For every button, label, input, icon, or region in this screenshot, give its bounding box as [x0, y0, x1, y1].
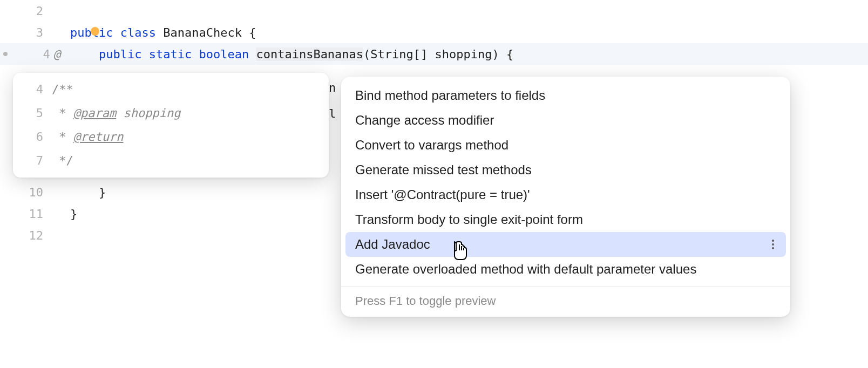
warning-badge-icon — [91, 27, 99, 36]
preview-line: 7 */ — [13, 148, 329, 172]
preview-line: 5 * @param shopping — [13, 101, 329, 125]
preview-line-number: 7 — [13, 154, 52, 167]
code-text: } — [70, 186, 106, 199]
javadoc-tag: @param — [73, 106, 116, 120]
line-number: 4 — [43, 47, 50, 61]
menu-item-add-javadoc[interactable]: Add Javadoc — [345, 232, 786, 257]
code-text: } — [70, 207, 77, 221]
line-number: 2 — [0, 4, 70, 18]
preview-line: 4 /** — [13, 77, 329, 101]
code-fragment: l — [329, 107, 336, 120]
breakpoint-dot-icon[interactable] — [3, 52, 8, 56]
code-line-current[interactable]: 4@ public static boolean containsBananas… — [0, 43, 868, 65]
intention-actions-menu[interactable]: Bind method parameters to fields Change … — [341, 77, 790, 317]
code-text: public static boolean containsBananas(St… — [70, 47, 513, 61]
menu-item-generate-tests[interactable]: Generate missed test methods — [345, 158, 786, 182]
menu-item-convert-varargs[interactable]: Convert to varargs method — [345, 133, 786, 158]
at-gutter-icon[interactable]: @ — [53, 47, 60, 61]
preview-line-number: 5 — [13, 106, 52, 120]
menu-item-generate-overloaded[interactable]: Generate overloaded method with default … — [345, 257, 786, 282]
menu-item-transform-body[interactable]: Transform body to single exit-point form — [345, 207, 786, 232]
javadoc-preview-popup: 4 /** 5 * @param shopping 6 * @return 7 … — [13, 73, 329, 178]
preview-line-number: 4 — [13, 83, 52, 96]
more-options-icon[interactable] — [772, 240, 776, 249]
code-fragment: n — [329, 81, 336, 94]
preview-line-number: 6 — [13, 130, 52, 144]
line-number: 10 — [0, 186, 70, 199]
line-number-gutter: 4@ — [0, 47, 70, 61]
preview-line: 6 * @return — [13, 125, 329, 148]
javadoc-tag: @return — [73, 130, 124, 144]
menu-item-change-access[interactable]: Change access modifier — [345, 108, 786, 133]
menu-item-bind-parameters[interactable]: Bind method parameters to fields — [345, 83, 786, 108]
code-line[interactable]: 2 — [0, 0, 868, 22]
line-number: 12 — [0, 229, 70, 242]
line-number: 3 — [0, 26, 70, 39]
menu-item-insert-contract[interactable]: Insert '@Contract(pure = true)' — [345, 182, 786, 207]
menu-footer-hint: Press F1 to toggle preview — [341, 286, 790, 317]
code-line[interactable]: 3 public class BananaCheck { — [0, 22, 868, 43]
line-number: 11 — [0, 207, 70, 221]
method-name-highlight[interactable]: containsBananas — [256, 47, 363, 61]
